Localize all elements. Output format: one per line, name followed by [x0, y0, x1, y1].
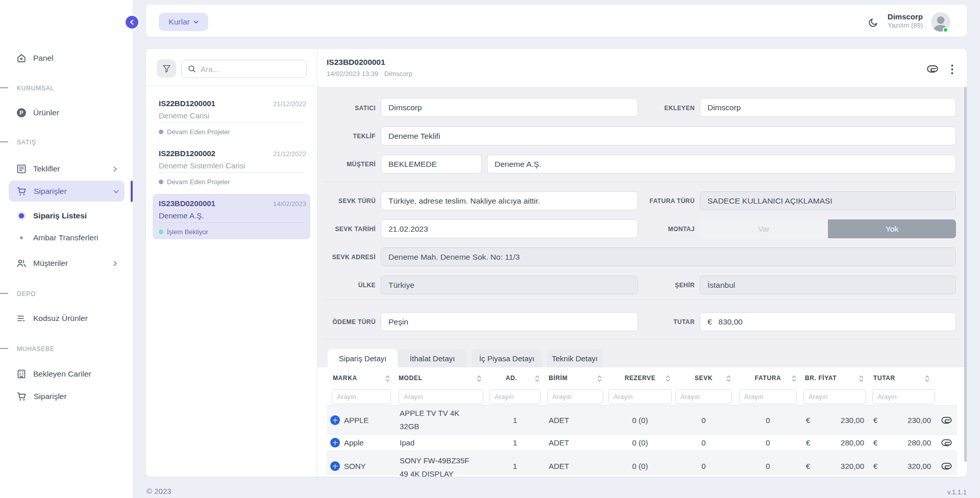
svg-text:P: P [19, 110, 23, 116]
